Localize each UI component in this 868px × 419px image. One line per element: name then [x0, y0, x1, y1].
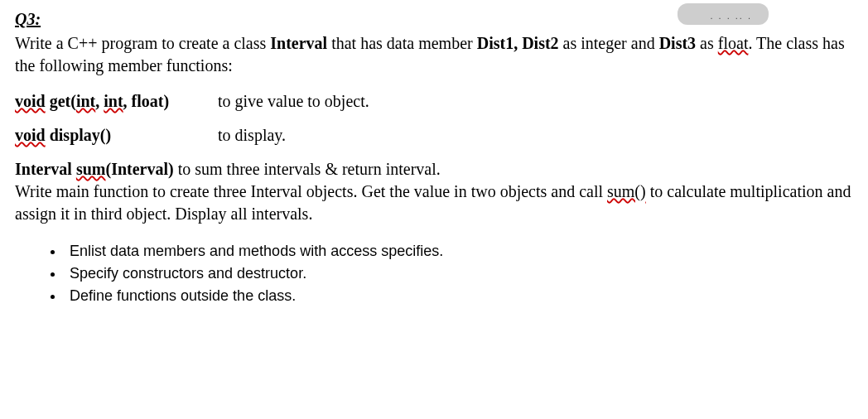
function-display-row: void display() to display. — [15, 124, 853, 147]
text: as integer and — [559, 34, 659, 52]
fn-call: sum() — [607, 182, 646, 200]
fn-name-part: display() — [46, 126, 111, 144]
return-type: void — [15, 92, 46, 110]
return-type: Interval — [15, 160, 76, 178]
function-signature: void display() — [15, 124, 214, 147]
sum-paragraph: Interval sum(Interval) to sum three inte… — [15, 158, 853, 225]
function-get-row: void get(int, int, float) to give value … — [15, 90, 853, 113]
requirements-list: Enlist data members and methods with acc… — [65, 240, 853, 307]
type-float: float — [718, 34, 749, 52]
intro-paragraph: Write a C++ program to create a class In… — [15, 32, 853, 77]
list-item: Define functions outside the class. — [65, 285, 853, 307]
sig-rest: , float) — [123, 92, 170, 110]
text: Write main function to create three Inte… — [15, 182, 607, 200]
text: Write a C++ program to create a class — [15, 34, 270, 52]
class-name: Interval — [270, 34, 327, 52]
fn-name-part: get( — [46, 92, 76, 110]
text: as — [696, 34, 718, 52]
list-item: Specify constructors and destructor. — [65, 262, 853, 285]
member-name: Dist3 — [659, 34, 696, 52]
fn-name: sum — [76, 160, 106, 178]
member-names: Dist1, Dist2 — [477, 34, 559, 52]
arg-type: int — [104, 92, 123, 110]
text: to sum three intervals & return interval… — [174, 160, 441, 178]
sep: , — [95, 92, 104, 110]
arg-type: int — [76, 92, 95, 110]
fn-args: (Interval) — [105, 160, 173, 178]
function-description: to give value to object. — [218, 92, 369, 110]
function-signature: void get(int, int, float) — [15, 90, 214, 113]
function-description: to display. — [218, 126, 286, 144]
return-type: void — [15, 126, 46, 144]
list-item: Enlist data members and methods with acc… — [65, 240, 853, 262]
text: that has data member — [327, 34, 477, 52]
obscured-text: . . . .. . — [710, 10, 752, 22]
